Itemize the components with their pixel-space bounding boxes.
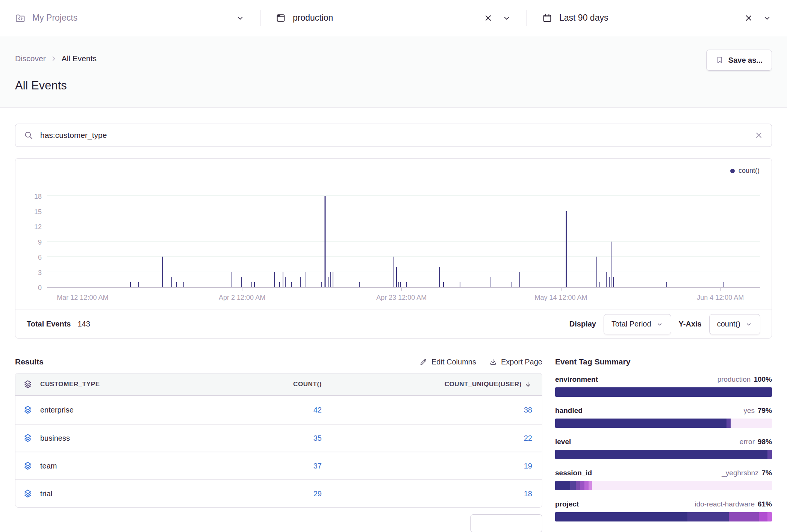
chart-bar [566,211,567,287]
chart-bar [130,282,131,287]
tag-distribution-bar[interactable] [555,481,772,490]
tag-bar-segment [555,481,570,490]
events-chart-plot[interactable] [47,180,760,288]
export-page-button[interactable]: Export Page [489,358,542,366]
count-unique-user-cell-link[interactable]: 38 [524,406,542,414]
x-tick-mark [401,288,402,291]
download-icon [489,358,497,366]
chart-legend[interactable]: count() [730,167,760,175]
x-tick-mark [561,288,561,291]
count-unique-user-cell-link[interactable]: 18 [524,490,542,498]
count-cell-link[interactable]: 35 [313,434,331,443]
count-unique-user-cell-link[interactable]: 19 [524,462,542,470]
count-unique-user-cell-link[interactable]: 22 [524,434,542,443]
pagination [15,514,542,532]
tag-top-value: yes [743,407,755,415]
chart-bar [490,277,490,287]
y-tick-label: 6 [38,253,42,261]
tag-distribution-bar[interactable] [555,419,772,428]
gridline [47,211,760,211]
x-tick-mark [242,288,242,291]
display-dropdown[interactable]: Total Period [604,314,671,334]
chart-bar [599,282,600,287]
x-tick-mark [83,288,83,291]
search-input[interactable] [40,131,748,140]
tag-top-value: production [717,375,751,384]
table-row: trial 29 18 [15,479,542,507]
y-tick-label: 0 [38,284,42,292]
customer-type-cell: trial [40,490,219,498]
tag-row: environment production 100% [555,375,772,397]
y-tick-label: 9 [38,238,42,246]
tag-distribution-bar[interactable] [555,387,772,397]
y-axis-dropdown[interactable]: count() [709,314,760,334]
stack-icon [23,461,33,471]
tag-name: environment [555,375,598,384]
chart-bar [325,196,326,287]
total-events-value: 143 [77,320,90,328]
bookmark-icon [716,56,724,64]
tag-top-percentage: 98% [758,438,772,446]
chart-bar [666,282,667,287]
chart-footer: Total Events 143 Display Total Period Y-… [15,310,772,338]
x-tick-label: Apr 23 12:00 AM [376,294,427,302]
project-selector-label: My Projects [32,13,77,23]
gridline [47,226,760,226]
tag-top-percentage: 100% [754,375,772,384]
export-page-label: Export Page [501,358,542,366]
tag-distribution-bar[interactable] [555,450,772,459]
tag-row: project ido-react-hardware 61% [555,500,772,521]
y-tick-label: 15 [34,208,42,216]
chart-bar [609,277,610,287]
column-header-count-unique-user[interactable]: COUNT_UNIQUE(USER) [445,380,542,388]
tag-bar-segment [555,387,772,397]
chart-bar [330,272,331,287]
count-cell-link[interactable]: 42 [313,406,331,414]
chart-bar [400,282,401,287]
x-tick-label: May 14 12:00 AM [534,294,587,302]
tag-summary-heading: Event Tag Summary [555,357,772,366]
chevron-down-icon[interactable] [235,13,245,23]
save-as-button[interactable]: Save as... [706,50,772,71]
clear-environment-icon[interactable] [484,14,493,23]
results-heading: Results [15,357,44,366]
y-tick-label: 12 [34,223,42,231]
chart-bar [723,282,724,287]
chevron-down-icon[interactable] [762,13,772,23]
date-range-selector[interactable]: Last 90 days [527,0,787,36]
tag-distribution-bar[interactable] [555,512,772,521]
tag-row: handled yes 79% [555,407,772,428]
results-table-header: CUSTOMER_TYPE COUNT() COUNT_UNIQUE(USER) [15,373,542,396]
event-tag-summary: Event Tag Summary environment production… [555,357,772,532]
edit-columns-label: Edit Columns [431,358,476,366]
count-cell-link[interactable]: 29 [313,490,331,498]
clear-search-icon[interactable] [754,131,763,140]
edit-columns-button[interactable]: Edit Columns [419,358,476,366]
chevron-down-icon[interactable] [502,13,512,23]
tag-top-value: ido-react-hardware [695,500,755,508]
legend-label: count() [739,167,760,175]
results-table: CUSTOMER_TYPE COUNT() COUNT_UNIQUE(USER)… [15,373,542,508]
breadcrumb-discover-link[interactable]: Discover [15,54,46,63]
tag-bar-segment [767,450,772,459]
chevron-down-icon [656,320,663,328]
tag-list: environment production 100% handled yes … [555,375,772,521]
count-cell-link[interactable]: 37 [313,462,331,470]
y-axis-dropdown-value: count() [717,320,740,328]
project-selector[interactable]: My Projects [0,0,260,36]
customer-type-cell: team [40,462,219,470]
chart-bar [396,267,397,287]
results-table-body: enterprise 42 38 business 35 22 team 37 … [15,396,542,507]
legend-dot-icon [730,169,735,173]
tag-bar-segment [767,512,772,521]
y-tick-label: 3 [38,269,42,277]
environment-selector[interactable]: production [260,0,527,36]
next-page-button[interactable] [506,514,542,532]
column-header-customer-type[interactable]: CUSTOMER_TYPE [40,381,219,388]
column-header-count[interactable]: COUNT() [293,381,331,388]
tag-top-value: _yeghrsbnz [722,469,758,477]
clear-date-range-icon[interactable] [744,14,753,23]
chart-bar [321,282,322,287]
tag-row: session_id _yeghrsbnz 7% [555,469,772,490]
previous-page-button[interactable] [470,514,506,532]
